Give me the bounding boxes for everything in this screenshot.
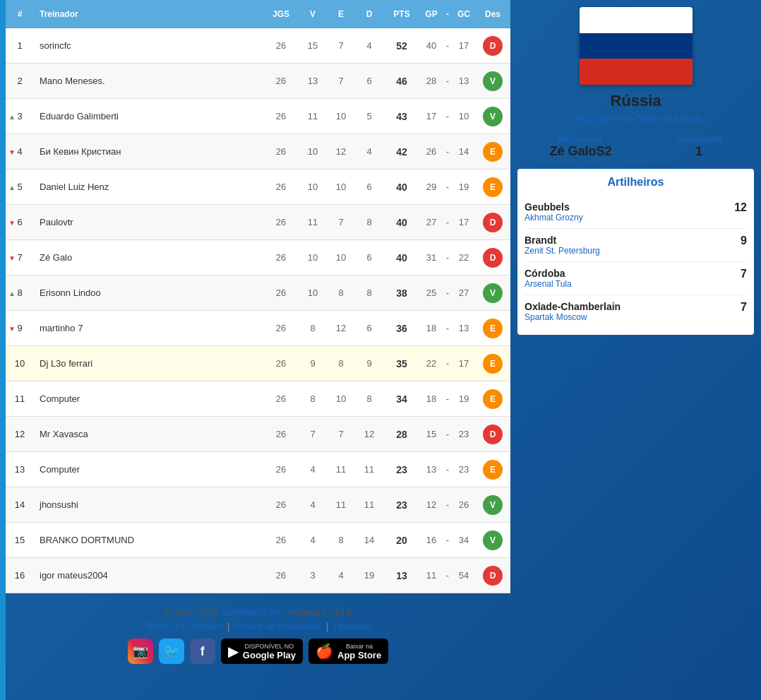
row-v: 8 [299,393,327,404]
row-des: D [475,36,510,56]
apple-icon: 🍎 [316,643,333,660]
row-des: D [475,425,510,444]
instagram-link[interactable]: 📷 [128,639,153,664]
table-row: 15 BRANKO DORTMUND 26 4 8 14 20 16 - 34 … [6,523,510,558]
status-badge: E [483,460,503,480]
row-trainer: igor mateus2004 [34,570,263,581]
row-des: D [475,566,510,586]
row-trainer: Erisonn Lindoo [34,287,263,298]
row-pts: 42 [383,146,420,158]
row-trainer: Би Кевин Кристиан [34,146,263,157]
row-pts: 34 [383,393,420,405]
row-des: E [475,177,510,197]
twitter-link[interactable]: 🐦 [159,639,184,664]
row-gc: 13 [453,76,475,86]
row-trainer: jhonsushi [34,499,263,510]
row-trainer: martinho 7 [34,323,263,333]
status-badge: V [483,283,503,303]
facebook-link[interactable]: f [190,639,215,664]
row-pts: 40 [383,217,420,228]
row-des: V [475,283,510,303]
footer-links: Termos e Condições | Política de Privaci… [6,622,510,631]
temporada-value: 1 [695,144,702,159]
row-rank: ▲ 3 [6,111,34,121]
col-header-gp: GP [420,9,443,19]
row-e: 8 [327,287,355,298]
row-jgs: 26 [263,358,299,369]
row-rank: ▲ 8 [6,287,34,298]
row-e: 10 [327,182,355,192]
artilheiro-info: Geubbels Akhmat Grozny [525,201,583,223]
status-badge: D [483,566,503,586]
row-v: 10 [299,146,327,157]
table-row: 13 Computer 26 4 11 11 23 13 - 23 E [6,452,510,487]
artilheiro-info: Oxlade-Chamberlain Spartak Moscow [525,301,621,322]
row-gp: 18 [420,393,443,404]
row-e: 7 [327,76,355,86]
row-dash: - [443,217,453,227]
flag-white-stripe [580,7,693,33]
privacy-link[interactable]: Política de Privacidade [235,622,321,631]
row-jgs: 26 [263,429,299,439]
row-e: 8 [327,358,355,369]
status-badge: D [483,213,503,232]
row-gp: 22 [420,358,443,369]
row-pts: 23 [383,499,420,511]
arrow-up-icon: ▲ [8,289,16,297]
arrow-down-icon: ▼ [8,148,16,155]
flag-red-stripe [580,59,693,85]
flag-blue-stripe [580,33,693,59]
row-gp: 15 [420,429,443,439]
right-panel: Rússia CRB2018-Final-Centro Sul Norte Mo… [510,0,761,700]
artilheiro-name: Geubbels [525,201,583,213]
row-gp: 13 [420,464,443,475]
row-pts: 20 [383,535,420,546]
row-rank: 10 [6,358,34,369]
row-des: V [475,495,510,515]
moderador-label: Moderador [558,134,603,144]
row-gp: 16 [420,535,443,545]
row-pts: 40 [383,252,420,263]
row-dash: - [443,570,453,581]
row-trainer: Eduardo Galimberti [34,111,263,121]
row-d: 6 [355,323,383,333]
company-link[interactable]: Gamebasics BV [220,607,281,617]
row-trainer: sorincfc [34,40,263,51]
app-store-button[interactable]: 🍎 Baixar na App Store [308,639,388,664]
artilheiro-name: Brandt [525,235,600,246]
row-v: 7 [299,429,327,439]
table-row: ▲ 5 Daniel Luiz Henz 26 10 10 6 40 29 - … [6,170,510,205]
artilheiro-team: Spartak Moscow [525,312,621,322]
table-row: ▲ 8 Erisonn Lindoo 26 10 8 8 38 25 - 27 … [6,275,510,311]
artilheiro-info: Córdoba Arsenal Tula [525,268,572,289]
status-badge: V [483,107,503,126]
row-gp: 27 [420,217,443,227]
row-rank: 14 [6,499,34,510]
artilheiro-row: Oxlade-Chamberlain Spartak Moscow 7 [525,295,747,328]
row-dash: - [443,182,453,192]
arrow-down-icon: ▼ [8,218,16,226]
row-e: 12 [327,146,355,157]
table-row: 1 sorincfc 26 15 7 4 52 40 - 17 D [6,28,510,64]
row-jgs: 26 [263,182,299,192]
row-d: 11 [355,464,383,475]
status-badge: D [483,425,503,444]
artilheiro-row: Brandt Zenit St. Petersburg 9 [525,229,747,262]
terms-link[interactable]: Termos e Condições [145,622,222,631]
row-trainer: Paulovtr [34,217,263,227]
temporada-label: Temporada [676,134,721,144]
artilheiros-list: Geubbels Akhmat Grozny 12 Brandt Zenit S… [525,196,747,328]
row-e: 7 [327,217,355,227]
google-play-button[interactable]: ▶ DISPONÍVEL NO Google Play [221,639,303,664]
feedback-link[interactable]: Feedback [334,622,371,631]
status-badge: E [483,177,503,197]
row-jgs: 26 [263,499,299,510]
row-des: V [475,530,510,550]
row-v: 11 [299,111,327,121]
row-dash: - [443,323,453,333]
twitter-icon: 🐦 [164,643,179,659]
row-des: E [475,319,510,338]
status-badge: E [483,389,503,409]
artilheiro-name: Córdoba [525,268,572,279]
row-gc: 17 [453,217,475,227]
